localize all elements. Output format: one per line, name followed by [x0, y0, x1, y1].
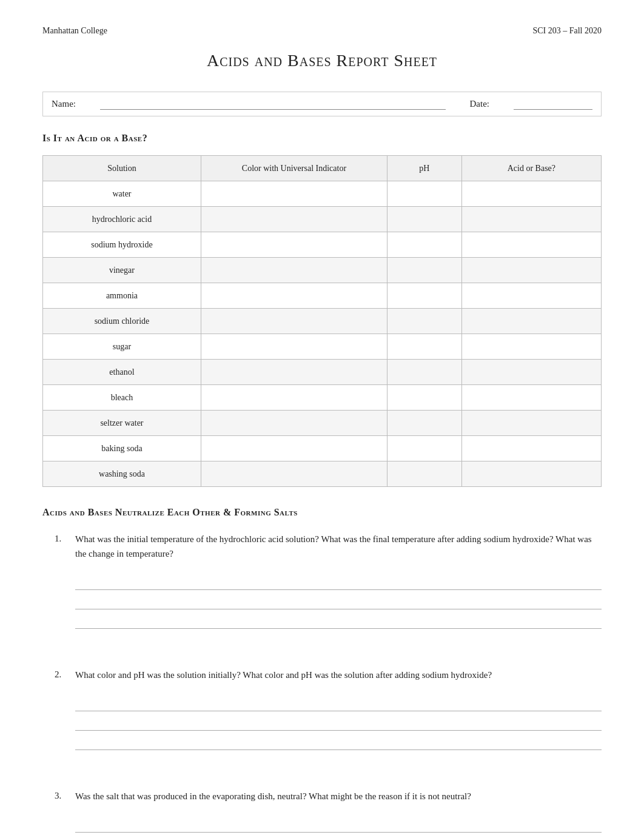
table-row: bleach — [43, 384, 602, 410]
acid-base-cell[interactable] — [461, 359, 601, 384]
color-cell[interactable] — [201, 359, 387, 384]
solution-cell: seltzer water — [43, 410, 201, 435]
ph-cell[interactable] — [387, 283, 461, 308]
name-label: Name: — [52, 97, 76, 111]
col-solution: Solution — [43, 155, 201, 181]
question-item: 3. Was the salt that was produced in the… — [55, 789, 602, 836]
answer-line[interactable] — [75, 694, 602, 711]
ph-cell[interactable] — [387, 232, 461, 257]
color-cell[interactable] — [201, 206, 387, 232]
solution-cell: water — [43, 181, 201, 206]
answer-line[interactable] — [75, 573, 602, 590]
college-name: Manhattan College — [42, 24, 107, 37]
table-row: sodium chloride — [43, 308, 602, 334]
table-row: baking soda — [43, 435, 602, 461]
questions-list: 1. What was the initial temperature of t… — [42, 532, 602, 836]
ph-cell[interactable] — [387, 308, 461, 334]
page-title: Acids and Bases Report Sheet — [42, 48, 602, 73]
course-info: SCI 203 – Fall 2020 — [532, 24, 602, 37]
acid-base-cell[interactable] — [461, 435, 601, 461]
question-number: 3. — [55, 789, 67, 836]
acid-base-cell[interactable] — [461, 232, 601, 257]
color-cell[interactable] — [201, 232, 387, 257]
table-row: ethanol — [43, 359, 602, 384]
color-cell[interactable] — [201, 384, 387, 410]
color-cell[interactable] — [201, 181, 387, 206]
ph-cell[interactable] — [387, 410, 461, 435]
ph-cell[interactable] — [387, 461, 461, 486]
acid-base-cell[interactable] — [461, 384, 601, 410]
section1-title: Is It an Acid or a Base? — [42, 131, 602, 146]
solution-cell: washing soda — [43, 461, 201, 486]
date-input-line[interactable] — [514, 98, 592, 110]
ph-cell[interactable] — [387, 181, 461, 206]
col-acid-base: Acid or Base? — [461, 155, 601, 181]
answer-line[interactable] — [75, 592, 602, 609]
question-number: 2. — [55, 668, 67, 753]
table-row: seltzer water — [43, 410, 602, 435]
solution-cell: vinegar — [43, 257, 201, 283]
ph-cell[interactable] — [387, 257, 461, 283]
color-cell[interactable] — [201, 308, 387, 334]
table-row: vinegar — [43, 257, 602, 283]
ph-cell[interactable] — [387, 334, 461, 359]
solution-cell: sodium hydroxide — [43, 232, 201, 257]
answer-line[interactable] — [75, 612, 602, 629]
table-row: washing soda — [43, 461, 602, 486]
col-color: Color with Universal Indicator — [201, 155, 387, 181]
solution-cell: hydrochloric acid — [43, 206, 201, 232]
date-label: Date: — [470, 97, 489, 111]
solution-cell: sodium chloride — [43, 308, 201, 334]
color-cell[interactable] — [201, 461, 387, 486]
section2-title: Acids and Bases Neutralize Each Other & … — [42, 505, 602, 520]
color-cell[interactable] — [201, 334, 387, 359]
table-row: water — [43, 181, 602, 206]
question-text: What color and pH was the solution initi… — [75, 668, 602, 753]
col-ph: pH — [387, 155, 461, 181]
acid-base-cell[interactable] — [461, 283, 601, 308]
acid-base-cell[interactable] — [461, 461, 601, 486]
ph-cell[interactable] — [387, 384, 461, 410]
answer-line[interactable] — [75, 733, 602, 750]
color-cell[interactable] — [201, 435, 387, 461]
question-text: Was the salt that was produced in the ev… — [75, 789, 602, 836]
color-cell[interactable] — [201, 410, 387, 435]
acid-base-cell[interactable] — [461, 334, 601, 359]
answer-line[interactable] — [75, 714, 602, 731]
answer-line[interactable] — [75, 816, 602, 833]
acid-base-cell[interactable] — [461, 206, 601, 232]
solution-cell: baking soda — [43, 435, 201, 461]
name-input-line[interactable] — [100, 98, 446, 110]
color-cell[interactable] — [201, 257, 387, 283]
acid-base-cell[interactable] — [461, 257, 601, 283]
ph-cell[interactable] — [387, 359, 461, 384]
solutions-table: Solution Color with Universal Indicator … — [42, 155, 602, 487]
solution-cell: bleach — [43, 384, 201, 410]
table-header-row: Solution Color with Universal Indicator … — [43, 155, 602, 181]
ph-cell[interactable] — [387, 206, 461, 232]
ph-cell[interactable] — [387, 435, 461, 461]
page-header: Manhattan College SCI 203 – Fall 2020 — [42, 24, 602, 37]
table-row: ammonia — [43, 283, 602, 308]
table-row: sodium hydroxide — [43, 232, 602, 257]
name-date-row: Name: Date: — [42, 92, 602, 116]
acid-base-cell[interactable] — [461, 181, 601, 206]
solution-cell: sugar — [43, 334, 201, 359]
table-row: sugar — [43, 334, 602, 359]
acid-base-cell[interactable] — [461, 308, 601, 334]
question-number: 1. — [55, 532, 67, 631]
color-cell[interactable] — [201, 283, 387, 308]
solution-cell: ethanol — [43, 359, 201, 384]
solution-cell: ammonia — [43, 283, 201, 308]
question-item: 2. What color and pH was the solution in… — [55, 668, 602, 753]
question-text: What was the initial temperature of the … — [75, 532, 602, 631]
acid-base-cell[interactable] — [461, 410, 601, 435]
table-row: hydrochloric acid — [43, 206, 602, 232]
question-item: 1. What was the initial temperature of t… — [55, 532, 602, 631]
